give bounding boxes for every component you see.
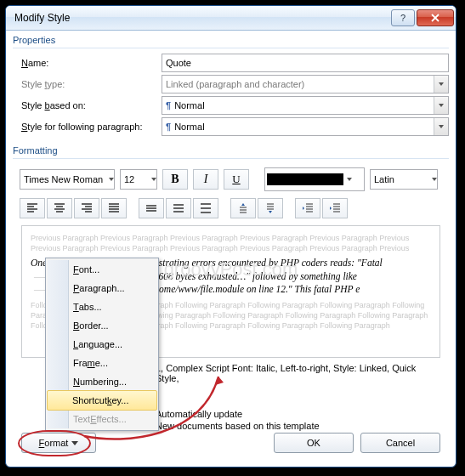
pilcrow-icon: ¶ [166,122,171,132]
based-on-label: Style based on: [21,100,162,110]
space-before-inc-button[interactable] [230,198,256,218]
chevron-down-icon [434,76,448,93]
preview-prev-text: Previous Paragraph Previous Paragraph Pr… [31,233,431,253]
name-input[interactable]: Quote [162,54,449,72]
underline-button[interactable]: U [224,169,249,190]
spacing-2-button[interactable] [193,198,218,218]
following-combo[interactable]: ¶ Normal [162,117,449,136]
chevron-down-icon[interactable] [434,118,448,135]
chevron-down-icon [71,441,78,445]
bold-button[interactable]: B [162,169,188,190]
format-button[interactable]: Format [21,433,96,453]
font-toolbar: Times New Roman 12 B I U Latin [13,164,449,195]
based-on-combo[interactable]: ¶ Normal [162,96,449,115]
chevron-down-icon[interactable] [434,97,448,114]
menu-shortcut-key[interactable]: Shortcut key... [47,390,157,411]
font-size-combo[interactable]: 12 [120,169,157,190]
following-label: Style for following paragraph: [21,122,162,132]
align-right-button[interactable] [74,198,99,218]
titlebar: Modify Style ? [6,6,456,31]
font-color-combo[interactable] [264,167,365,191]
indent-increase-button[interactable] [322,198,348,218]
ok-button[interactable]: OK [274,433,354,453]
formatting-heading: Formatting [13,145,449,156]
align-left-button[interactable] [20,198,45,218]
chevron-down-icon[interactable] [109,178,114,181]
dialog-content: Properties Name: Quote Style type: Linke… [13,35,449,460]
pilcrow-icon: ¶ [166,100,171,110]
color-swatch [267,173,343,185]
auto-update-label: Automatically update [156,409,242,419]
spacing-1.5-button[interactable] [166,198,191,218]
style-type-label: Style type: [21,79,162,89]
name-label: Name: [21,58,162,68]
dialog-footer: Format OK Cancel [13,426,449,460]
chevron-down-icon[interactable] [432,178,437,181]
help-button[interactable]: ? [391,9,415,26]
window-title: Modify Style [14,12,389,24]
font-family-combo[interactable]: Times New Roman [20,169,115,190]
properties-heading: Properties [13,35,449,45]
menu-numbering[interactable]: Numbering... [48,372,156,391]
close-icon [431,14,439,22]
indent-decrease-button[interactable] [295,198,320,218]
align-justify-button[interactable] [101,198,127,218]
style-type-combo: Linked (paragraph and character) [162,75,449,94]
menu-language[interactable]: Language... [48,335,156,354]
chevron-down-icon[interactable] [151,178,156,181]
menu-font[interactable]: Font... [48,260,156,279]
menu-tabs[interactable]: Tabs... [48,298,156,316]
menu-frame[interactable]: Frame... [48,354,156,372]
menu-border[interactable]: Border... [48,316,156,335]
cancel-button[interactable]: Cancel [360,433,440,453]
modify-style-dialog: Modify Style ? Properties Name: Quote St… [5,5,456,468]
spacing-1-button[interactable] [139,198,164,218]
italic-button[interactable]: I [193,169,218,190]
align-center-button[interactable] [47,198,72,218]
script-combo[interactable]: Latin [370,169,438,190]
style-description: 1, Complex Script Font: Italic, Left-to-… [156,363,440,383]
space-before-dec-button[interactable] [258,198,283,218]
close-button[interactable] [417,9,454,26]
format-menu: Font... Paragraph... Tabs... Border... L… [45,258,159,431]
chevron-down-icon[interactable] [347,178,352,181]
menu-paragraph[interactable]: Paragraph... [48,279,156,298]
paragraph-toolbar [13,195,449,225]
